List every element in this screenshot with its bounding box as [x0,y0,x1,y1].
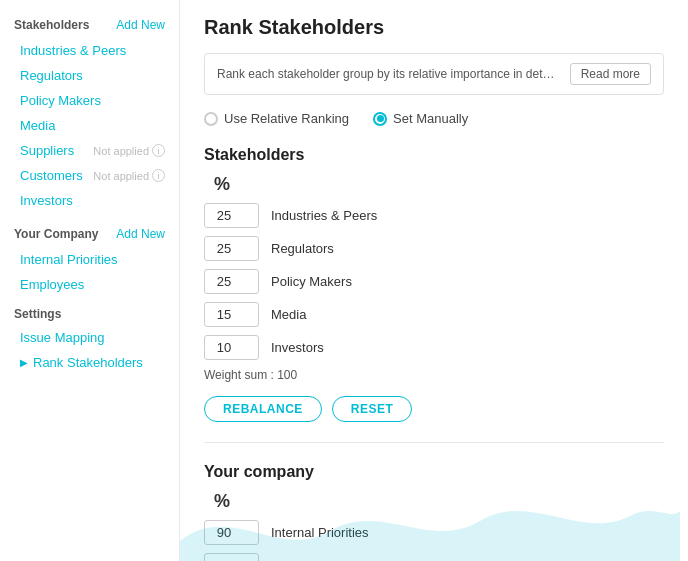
your-company-percent-header: % [214,491,664,512]
sidebar-item-customers[interactable]: Customers Not applied i [0,163,179,188]
sidebar-item-employees[interactable]: Employees [0,272,179,297]
stakeholder-input-4[interactable] [204,335,259,360]
radio-circle-relative [204,112,218,126]
stakeholders-percent-header: % [214,174,664,195]
table-row: Internal Priorities [204,520,664,545]
stakeholder-btn-group: REBALANCE RESET [204,396,664,422]
stakeholder-rows: Industries & Peers Regulators Policy Mak… [204,203,664,360]
table-row: Investors [204,335,664,360]
sidebar-item-regulators[interactable]: Regulators [0,63,179,88]
stakeholder-input-1[interactable] [204,236,259,261]
table-row: Media [204,302,664,327]
info-banner-text: Rank each stakeholder group by its relat… [217,67,560,81]
stakeholder-weight-sum: Weight sum : 100 [204,368,664,382]
info-banner: Rank each stakeholder group by its relat… [204,53,664,95]
stakeholder-label-0: Industries & Peers [271,208,377,223]
chevron-right-icon: ▶ [20,357,28,368]
sidebar-item-suppliers[interactable]: Suppliers Not applied i [0,138,179,163]
read-more-button[interactable]: Read more [570,63,651,85]
sidebar-item-policy-makers[interactable]: Policy Makers [0,88,179,113]
radio-set-manually[interactable]: Set Manually [373,111,468,126]
stakeholder-label-4: Investors [271,340,324,355]
yc-input-1[interactable] [204,553,259,561]
sidebar-item-internal-priorities[interactable]: Internal Priorities [0,247,179,272]
your-company-rows: Internal Priorities Employees [204,520,664,561]
sidebar: Stakeholders Add New Industries & Peers … [0,0,180,561]
stakeholder-rebalance-button[interactable]: REBALANCE [204,396,322,422]
page-title: Rank Stakeholders [204,16,664,39]
stakeholders-section-title: Stakeholders [204,146,664,164]
stakeholders-section-header: Stakeholders Add New [0,12,179,38]
stakeholder-input-2[interactable] [204,269,259,294]
stakeholder-input-3[interactable] [204,302,259,327]
stakeholder-label-3: Media [271,307,306,322]
sidebar-item-investors[interactable]: Investors [0,188,179,213]
table-row: Industries & Peers [204,203,664,228]
table-row: Employees [204,553,664,561]
sidebar-item-industries-peers[interactable]: Industries & Peers [0,38,179,63]
stakeholder-label-1: Regulators [271,241,334,256]
stakeholder-label-2: Policy Makers [271,274,352,289]
customers-info-icon: i [152,169,165,182]
stakeholders-add-new[interactable]: Add New [116,18,165,32]
yc-input-0[interactable] [204,520,259,545]
stakeholder-input-0[interactable] [204,203,259,228]
stakeholders-section-label: Stakeholders [14,18,89,32]
section-divider [204,442,664,443]
yc-label-0: Internal Priorities [271,525,369,540]
table-row: Regulators [204,236,664,261]
radio-use-relative-ranking[interactable]: Use Relative Ranking [204,111,349,126]
your-company-section-header: Your Company Add New [0,221,179,247]
main-content: Rank Stakeholders Rank each stakeholder … [180,0,688,561]
settings-section-label: Settings [0,297,179,325]
suppliers-info-icon: i [152,144,165,157]
your-company-section-label: Your Company [14,227,98,241]
ranking-radio-group: Use Relative Ranking Set Manually [204,111,664,126]
your-company-section-title: Your company [204,463,664,481]
sidebar-item-media[interactable]: Media [0,113,179,138]
sidebar-item-issue-mapping[interactable]: Issue Mapping [0,325,179,350]
sidebar-item-rank-stakeholders[interactable]: ▶ Rank Stakeholders [0,350,179,375]
stakeholder-reset-button[interactable]: RESET [332,396,413,422]
your-company-add-new[interactable]: Add New [116,227,165,241]
radio-circle-manually [373,112,387,126]
table-row: Policy Makers [204,269,664,294]
